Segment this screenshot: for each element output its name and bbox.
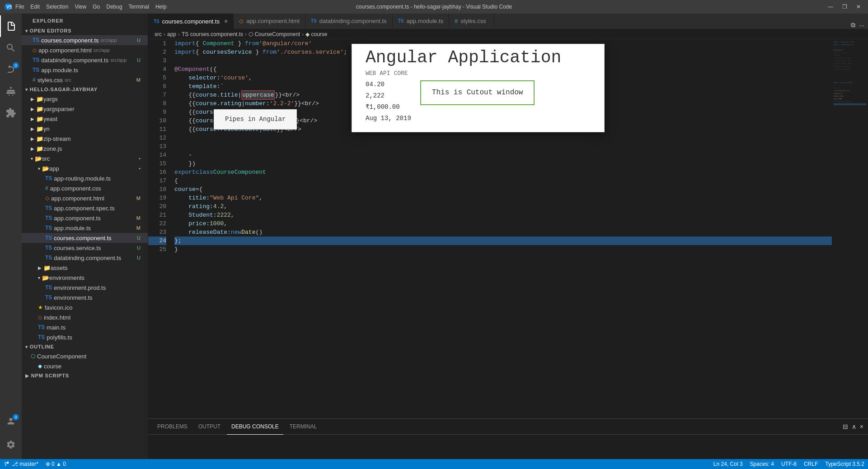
main-layout: 0 0 Explorer ▾ OPEN EDITORS	[0, 14, 868, 459]
eol-text: CRLF	[804, 461, 818, 467]
menu-terminal[interactable]: Terminal	[129, 4, 149, 10]
tab-styles[interactable]: # styles.css	[449, 14, 494, 29]
file-databinding[interactable]: TS databinding.component.ts U	[22, 253, 148, 263]
panel-tab-problems[interactable]: PROBLEMS	[153, 419, 192, 435]
more-actions-icon[interactable]: ···	[859, 22, 864, 29]
panel-tab-output[interactable]: OUTPUT	[194, 419, 225, 435]
folder-src[interactable]: ▾ 📂 src •	[22, 153, 148, 163]
menu-go[interactable]: Go	[93, 4, 100, 10]
file-coursesservice[interactable]: TS courses.service.ts U	[22, 243, 148, 253]
folder-yn[interactable]: ▶ 📁 yn	[22, 124, 148, 134]
menu-debug[interactable]: Debug	[106, 4, 122, 10]
folder-yeast[interactable]: ▶ 📁 yeast	[22, 114, 148, 124]
file-appcomponentts[interactable]: TS app.component.ts M	[22, 213, 148, 223]
cursor-position-status[interactable]: Ln 24, Col 3	[710, 459, 746, 469]
svg-text:VS: VS	[6, 5, 12, 9]
panel-close-icon[interactable]: ×	[860, 423, 863, 430]
folder-yargsparser2[interactable]: ▶ 📁 yargsparser	[22, 104, 148, 114]
breadcrumb-class[interactable]: ⬡ CourseComponent	[249, 31, 300, 37]
menu-help[interactable]: Help	[155, 4, 167, 10]
menu-edit[interactable]: Edit	[30, 4, 40, 10]
debug-activity-icon[interactable]	[0, 80, 22, 102]
window-controls[interactable]: — ❐ ✕	[825, 3, 863, 11]
outline-header[interactable]: ▾ Outline	[22, 342, 148, 351]
file-appcomponentspec[interactable]: TS app.component.spec.ts	[22, 203, 148, 213]
file-appcomponentcss[interactable]: # app.component.css	[22, 183, 148, 193]
settings-activity-icon[interactable]	[0, 434, 22, 455]
file-env[interactable]: TS environment.ts	[22, 293, 148, 302]
spaces-status[interactable]: Spaces: 4	[746, 459, 778, 469]
file-coursescomponent[interactable]: TS courses.component.ts U	[22, 233, 148, 243]
npm-scripts-header[interactable]: ▶ NPM SCRIPTS	[22, 371, 148, 380]
eol-status[interactable]: CRLF	[800, 459, 821, 469]
breadcrumb-app[interactable]: app	[167, 31, 176, 37]
file-appmodule[interactable]: TS app.module.ts M	[22, 223, 148, 233]
project-header[interactable]: ▾ HELLO-SAGAR-JAYBHAY	[22, 85, 148, 94]
panel-maximize-icon[interactable]: ∧	[852, 423, 856, 430]
tab-databinding[interactable]: TS databinding.component.ts	[305, 14, 393, 29]
panel-tab-debugconsole[interactable]: DEBUG CONSOLE	[227, 419, 283, 435]
folder-zipstream[interactable]: ▶ 📁 zip-stream	[22, 134, 148, 144]
clear-console-icon[interactable]: ⊟	[843, 423, 848, 430]
breadcrumb-prop[interactable]: ◆ course	[305, 31, 327, 37]
open-editor-courses[interactable]: TS courses.component.ts src/app U	[22, 35, 148, 45]
open-editor-appmodule[interactable]: TS app.module.ts	[22, 65, 148, 75]
menu-file[interactable]: File	[15, 4, 24, 10]
breadcrumb-src[interactable]: src	[155, 31, 162, 37]
folder-icon: 📁	[36, 96, 43, 102]
split-editor-icon[interactable]: ⧉	[851, 21, 855, 29]
outline-course[interactable]: ◆ course	[22, 361, 148, 371]
file-favicon[interactable]: ★ favicon.ico	[22, 302, 148, 312]
menu-selection[interactable]: Selection	[46, 4, 68, 10]
vscode-logo-icon: VS	[5, 3, 12, 10]
pipes-tooltip-text: Pipes in Angular	[225, 116, 286, 123]
file-indexhtml[interactable]: ◇ index.html	[22, 312, 148, 322]
status-left: ⎇ master* ⊗ 0 ▲ 0	[0, 459, 70, 469]
panel-tab-terminal[interactable]: TERMINAL	[285, 419, 322, 435]
open-editor-apphtml[interactable]: ◇ app.component.html src/app	[22, 45, 148, 55]
folder-app[interactable]: ▾ 📂 app •	[22, 163, 148, 173]
source-control-activity-icon[interactable]: 0	[0, 59, 22, 80]
language-status[interactable]: TypeScript 3.5.2	[821, 459, 868, 469]
folder-zonejs[interactable]: ▶ 📁 zone.js	[22, 144, 148, 153]
tab-courses[interactable]: TS courses.component.ts ×	[148, 14, 234, 29]
error-warning-status[interactable]: ⊗ 0 ▲ 0	[42, 459, 70, 469]
outline-coursecomponent[interactable]: ⬡ CourseComponent	[22, 351, 148, 361]
folder-assets[interactable]: ▶ 📁 assets	[22, 263, 148, 273]
code-line-16: export class CourseComponent	[174, 168, 832, 176]
minimize-button[interactable]: —	[825, 3, 836, 11]
maximize-button[interactable]: ❐	[840, 3, 850, 11]
activity-bar: 0 0	[0, 14, 22, 459]
file-maints[interactable]: TS main.ts	[22, 322, 148, 332]
cursor-position-text: Ln 24, Col 3	[713, 461, 743, 467]
extensions-activity-icon[interactable]	[0, 102, 22, 124]
preview-value-0: 04.20	[366, 80, 411, 89]
tab-apphtml[interactable]: ◇ app.component.html	[234, 14, 305, 29]
tab-appmodule[interactable]: TS app.module.ts	[393, 14, 449, 29]
open-editor-databinding[interactable]: TS databinding.component.ts src/app U	[22, 55, 148, 65]
folder-environments[interactable]: ▾ 📂 environments	[22, 273, 148, 283]
git-branch-status[interactable]: ⎇ master*	[0, 459, 42, 469]
titlebar-menu[interactable]: File Edit Selection View Go Debug Termin…	[15, 4, 167, 10]
search-activity-icon[interactable]	[0, 37, 22, 59]
breadcrumb-file[interactable]: TS courses.component.ts	[182, 31, 243, 37]
file-polyfills[interactable]: TS polyfills.ts	[22, 332, 148, 342]
file-approuting[interactable]: TS app-routing.module.ts	[22, 173, 148, 183]
menu-view[interactable]: View	[75, 4, 86, 10]
code-editor[interactable]: import { Component } from '@angular/core…	[171, 39, 832, 418]
account-activity-icon[interactable]: 0	[0, 410, 22, 432]
close-button[interactable]: ✕	[854, 3, 863, 11]
file-appcomponenthtml[interactable]: ◇ app.component.html M	[22, 193, 148, 203]
tab-css-icon: #	[455, 18, 458, 24]
open-editors-header[interactable]: ▾ OPEN EDITORS	[22, 26, 148, 35]
open-editor-styles-name: styles.css	[38, 77, 63, 84]
cutout-text: This is Cutout window	[432, 88, 523, 97]
explorer-activity-icon[interactable]	[0, 15, 22, 37]
folder-icon3: 📁	[36, 116, 43, 122]
encoding-status[interactable]: UTF-8	[778, 459, 800, 469]
folder-yargsparser[interactable]: ▶ 📁 yargs	[22, 94, 148, 104]
tab-courses-close[interactable]: ×	[224, 18, 228, 25]
open-editor-databinding-name: databinding.component.ts	[41, 57, 108, 64]
file-envprod[interactable]: TS environment.prod.ts	[22, 283, 148, 293]
open-editor-styles[interactable]: # styles.css src M	[22, 75, 148, 85]
